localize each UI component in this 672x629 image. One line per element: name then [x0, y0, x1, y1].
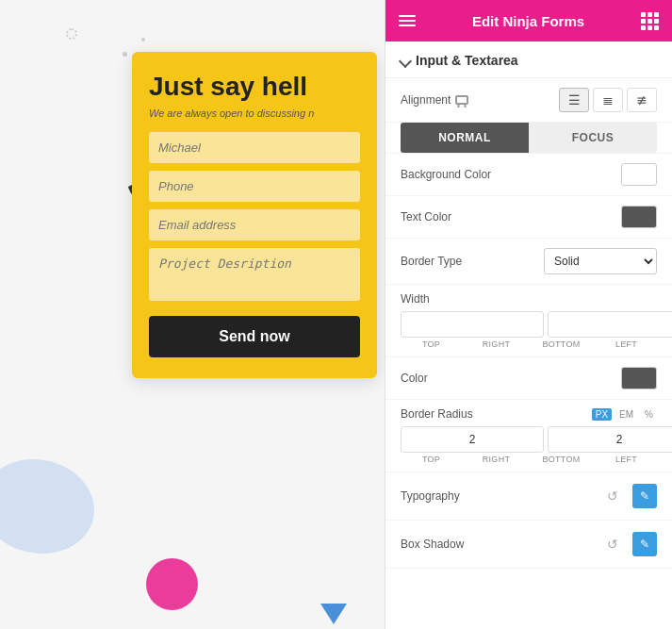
width-label-row: Width	[401, 292, 657, 306]
send-now-button[interactable]: Send now	[149, 316, 360, 357]
pencil-icon: ✎	[640, 538, 649, 551]
tab-normal[interactable]: NORMAL	[401, 123, 529, 153]
project-textarea[interactable]	[149, 248, 360, 301]
text-color-row: Text Color	[385, 196, 672, 239]
border-type-label: Border Type	[401, 255, 462, 268]
border-type-select[interactable]: Solid None Dashed Dotted Double	[544, 248, 657, 274]
text-color-swatch[interactable]	[621, 206, 657, 228]
width-right-label: RIGHT	[466, 339, 527, 349]
width-inputs	[401, 311, 657, 338]
deco-dot	[141, 38, 145, 41]
alignment-row: Alignment ☰ ≣ ≢	[385, 78, 672, 123]
unit-pct[interactable]: %	[641, 408, 657, 421]
grid-apps-icon[interactable]	[641, 12, 659, 30]
radius-top-input[interactable]	[401, 426, 544, 453]
radius-header: Border Radius PX EM %	[401, 407, 657, 421]
phone-input[interactable]	[149, 171, 360, 202]
form-card: Just say hell We are always open to disc…	[132, 52, 377, 378]
bg-color-row: Background Color	[385, 154, 672, 196]
deco-blob-blue	[0, 459, 94, 554]
width-bottom-label: BOTTOM	[531, 339, 592, 349]
alignment-label: Alignment	[401, 93, 468, 107]
border-radius-section: Border Radius PX EM % TOP RIGHT BOT	[385, 400, 672, 472]
color-label: Color	[401, 372, 428, 385]
panel-title: Edit Ninja Forms	[472, 13, 584, 29]
width-right-input[interactable]	[548, 311, 672, 338]
color-row: Color	[385, 357, 672, 400]
width-label: Width	[401, 292, 430, 306]
box-shadow-edit-button[interactable]: ✎	[632, 532, 657, 556]
refresh-icon: ↺	[607, 488, 618, 504]
monitor-icon	[455, 95, 468, 105]
unit-px[interactable]: PX	[592, 408, 612, 421]
section-title: Input & Textarea	[416, 53, 518, 68]
pencil-icon: ✎	[640, 489, 649, 503]
tab-row: NORMAL FOCUS	[385, 123, 672, 154]
section-heading: Input & Textarea	[385, 41, 672, 78]
width-top-label: TOP	[401, 339, 462, 349]
alignment-buttons: ☰ ≣ ≢	[559, 88, 657, 112]
box-shadow-reset-button[interactable]: ↺	[600, 532, 625, 556]
chevron-icon[interactable]	[399, 55, 412, 68]
align-left-button[interactable]: ☰	[559, 88, 589, 112]
bg-color-swatch[interactable]	[621, 163, 657, 186]
align-right-button[interactable]: ≢	[627, 88, 657, 112]
typography-edit-button[interactable]: ✎	[632, 484, 657, 508]
radius-right-label: RIGHT	[466, 455, 527, 464]
form-title: Just say hell	[149, 73, 360, 102]
panel-body: Alignment ☰ ≣ ≢ NORMAL FOCUS Background …	[385, 78, 672, 629]
bg-color-label: Background Color	[401, 168, 491, 181]
unit-em[interactable]: EM	[615, 408, 637, 421]
typography-row: Typography ↺ ✎	[385, 472, 672, 521]
deco-circle-pink	[146, 558, 198, 610]
radius-right-input[interactable]	[548, 426, 672, 453]
radius-top-label: TOP	[401, 455, 462, 464]
deco-dot	[123, 52, 127, 57]
radius-input-labels: TOP RIGHT BOTTOM LEFT	[401, 455, 657, 464]
box-shadow-row: Box Shadow ↺ ✎	[385, 521, 672, 569]
hamburger-menu-icon[interactable]	[399, 15, 416, 26]
radius-inputs	[401, 426, 657, 453]
name-input[interactable]	[149, 132, 360, 163]
box-shadow-label: Box Shadow	[401, 538, 593, 551]
typography-label: Typography	[401, 489, 593, 503]
border-radius-label: Border Radius	[401, 407, 473, 421]
width-left-label: LEFT	[596, 339, 657, 349]
width-top-input[interactable]	[401, 311, 544, 338]
typography-reset-button[interactable]: ↺	[600, 484, 625, 508]
width-input-labels: TOP RIGHT BOTTOM LEFT	[401, 339, 657, 349]
tab-focus[interactable]: FOCUS	[529, 123, 657, 153]
radius-units: PX EM %	[592, 408, 657, 421]
text-color-label: Text Color	[401, 210, 451, 223]
width-section: Width TOP RIGHT BOTTOM LEFT	[385, 285, 672, 357]
form-subtitle: We are always open to discussing n	[149, 108, 360, 119]
radius-left-label: LEFT	[596, 455, 657, 464]
align-center-button[interactable]: ≣	[593, 88, 623, 112]
editor-panel: Edit Ninja Forms Input & Textarea Alignm…	[385, 0, 672, 629]
deco-triangle-blue	[320, 604, 347, 624]
deco-circle	[66, 28, 77, 40]
email-input[interactable]	[149, 209, 360, 240]
color-swatch[interactable]	[621, 367, 657, 389]
radius-bottom-label: BOTTOM	[531, 455, 592, 464]
border-type-row: Border Type Solid None Dashed Dotted Dou…	[385, 239, 672, 285]
refresh-icon: ↺	[607, 537, 618, 552]
preview-area: ↩ Just say hell We are always open to di…	[0, 0, 386, 629]
panel-header: Edit Ninja Forms	[385, 0, 672, 41]
